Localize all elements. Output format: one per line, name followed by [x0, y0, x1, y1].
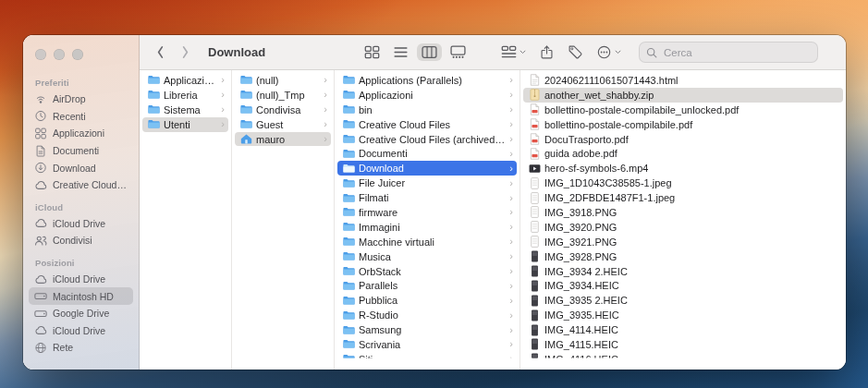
file-row[interactable]: another_wet_shabby.zip: [523, 88, 843, 103]
sidebar-item[interactable]: iCloud Drive: [29, 271, 133, 288]
file-row[interactable]: IMG_3918.PNG: [523, 205, 843, 220]
folder-icon: [148, 74, 160, 86]
folder-row[interactable]: Pubblica ›: [337, 293, 517, 308]
folder-row[interactable]: Creative Cloud Files (archived) (1) ›: [337, 132, 517, 147]
sidebar-item[interactable]: Recenti: [29, 108, 133, 126]
file-name: bollettino-postale-compilabile.pdf: [544, 119, 839, 130]
folder-row[interactable]: OrbStack ›: [337, 264, 517, 279]
file-row[interactable]: IMG_3928.PNG: [523, 249, 843, 264]
folder-row[interactable]: File Juicer ›: [337, 176, 517, 190]
file-row[interactable]: IMG_3935 2.HEIC: [523, 293, 843, 308]
folder-row[interactable]: Samsung ›: [337, 322, 517, 337]
chevron-down-icon: [615, 50, 621, 55]
folder-row[interactable]: Macchine virtuali ›: [337, 235, 517, 249]
sidebar-item[interactable]: Condivisi: [29, 232, 133, 249]
folder-name: Macchine virtuali: [359, 236, 506, 248]
folder-row[interactable]: Parallels ›: [337, 278, 517, 293]
file-row[interactable]: IMG_4116.HEIC: [523, 352, 843, 367]
folder-name: Applications (Parallels): [359, 75, 506, 86]
folder-row[interactable]: Condivisa ›: [235, 103, 331, 117]
folder-row[interactable]: Applications (Parallels) ›: [337, 73, 517, 88]
column-home[interactable]: Applications (Parallels) › Applicazioni …: [335, 70, 520, 370]
sidebar-item[interactable]: Creative Cloud Files: [29, 176, 133, 194]
chevron-right-icon: ›: [509, 177, 513, 188]
folder-icon: [343, 192, 355, 204]
file-row[interactable]: IMG_3920.PNG: [523, 220, 843, 235]
file-row[interactable]: IMG_1D1043C38585-1.jpeg: [523, 176, 843, 190]
view-grid-icon: [364, 45, 380, 59]
sidebar-item[interactable]: iCloud Drive: [29, 215, 133, 233]
toolbar-button[interactable]: [563, 43, 588, 61]
zoom-button[interactable]: [72, 49, 83, 60]
toolbar-button[interactable]: [592, 43, 626, 61]
folder-row[interactable]: (null)_Tmp ›: [235, 88, 331, 103]
sidebar-item[interactable]: AirDrop: [29, 91, 133, 108]
column-downloads[interactable]: 20240621110615071443.html another_wet_sh…: [520, 70, 846, 370]
file-row[interactable]: hero-sf-symbols-6.mp4: [523, 161, 843, 176]
folder-row[interactable]: Musica ›: [337, 249, 517, 264]
forward-button[interactable]: [176, 43, 195, 61]
file-row[interactable]: bollettino-postale-compilabile_unlocked.…: [523, 103, 843, 117]
cloud-icon: [34, 217, 47, 229]
home-icon: [240, 133, 252, 145]
file-row[interactable]: IMG_4115.HEIC: [523, 337, 843, 352]
folder-row[interactable]: Applicazioni ›: [337, 88, 517, 103]
sidebar-item[interactable]: Macintosh HD: [29, 287, 133, 305]
file-row[interactable]: IMG_4114.HEIC: [523, 322, 843, 337]
sidebar-item[interactable]: Download: [29, 159, 133, 176]
folder-icon: [343, 103, 355, 115]
file-row[interactable]: bollettino-postale-compilabile.pdf: [523, 117, 843, 132]
file-row[interactable]: IMG_3934 2.HEIC: [523, 264, 843, 279]
folder-row[interactable]: Sistema ›: [142, 103, 228, 117]
chevron-right-icon: ›: [509, 266, 513, 276]
folder-row[interactable]: Libreria ›: [142, 88, 228, 103]
folder-row[interactable]: firmware ›: [337, 205, 517, 220]
file-row[interactable]: DocuTrasporto.pdf: [523, 132, 843, 147]
folder-row[interactable]: (null) ›: [235, 73, 331, 88]
folder-icon: [343, 133, 355, 145]
folder-row[interactable]: mauro ›: [235, 132, 331, 147]
column-root[interactable]: Applicazioni › Libreria › Sistema ›: [140, 70, 232, 370]
window-controls: [23, 35, 139, 60]
file-name: IMG_4116.HEIC: [544, 354, 839, 365]
folder-row[interactable]: bin ›: [337, 103, 517, 117]
file-row[interactable]: 20240621110615071443.html: [523, 73, 843, 88]
search-field[interactable]: [639, 42, 818, 63]
folder-row[interactable]: Documenti ›: [337, 146, 517, 161]
folder-row[interactable]: Guest ›: [235, 117, 331, 132]
sidebar-item[interactable]: Applicazioni: [29, 125, 133, 142]
file-row[interactable]: IMG_3935.HEIC: [523, 308, 843, 322]
sidebar-item[interactable]: Documenti: [29, 142, 133, 160]
folder-icon: [343, 324, 355, 336]
file-row[interactable]: guida adobe.pdf: [523, 146, 843, 161]
view-button[interactable]: [388, 43, 413, 61]
sidebar-item[interactable]: Rete: [29, 339, 133, 357]
search-input[interactable]: [662, 46, 811, 59]
column-users[interactable]: (null) › (null)_Tmp › Condivisa ›: [232, 70, 335, 370]
toolbar-actions: [496, 43, 626, 61]
folder-row[interactable]: Download ›: [337, 161, 517, 176]
folder-row[interactable]: R-Studio ›: [337, 308, 517, 322]
file-row[interactable]: IMG_3934.HEIC: [523, 278, 843, 293]
folder-icon: [240, 74, 252, 86]
folder-row[interactable]: Utenti ›: [142, 117, 228, 132]
minimize-button[interactable]: [54, 49, 65, 60]
back-button[interactable]: [151, 43, 170, 61]
folder-name: Pubblica: [359, 295, 506, 306]
view-button[interactable]: [417, 43, 442, 61]
view-button[interactable]: [446, 43, 471, 61]
folder-row[interactable]: Scrivania ›: [337, 337, 517, 352]
sidebar-item[interactable]: iCloud Drive: [29, 322, 133, 340]
sidebar-item[interactable]: Google Drive: [29, 305, 133, 322]
toolbar-button[interactable]: [534, 43, 559, 61]
file-row[interactable]: IMG_2DFBDE1487F1-1.jpeg: [523, 190, 843, 205]
toolbar-button[interactable]: [496, 43, 531, 61]
file-row[interactable]: IMG_3921.PNG: [523, 235, 843, 249]
view-button[interactable]: [360, 43, 385, 61]
close-button[interactable]: [35, 49, 46, 60]
folder-row[interactable]: Siti ›: [337, 352, 517, 367]
folder-row[interactable]: Creative Cloud Files ›: [337, 117, 517, 132]
folder-row[interactable]: Applicazioni ›: [142, 73, 228, 88]
folder-row[interactable]: Immagini ›: [337, 220, 517, 235]
folder-row[interactable]: Filmati ›: [337, 190, 517, 205]
